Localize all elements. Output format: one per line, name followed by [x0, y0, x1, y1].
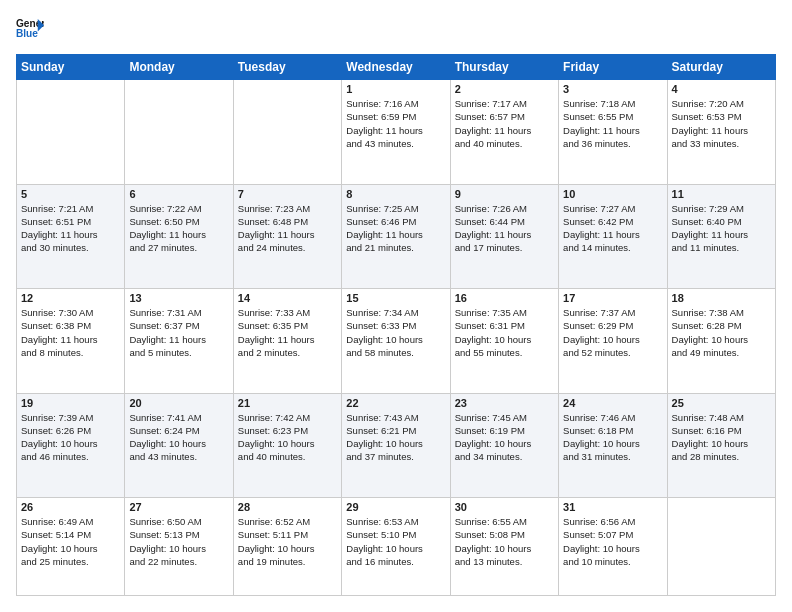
weekday-header-friday: Friday [559, 55, 667, 80]
day-number: 5 [21, 188, 120, 200]
calendar-cell: 3Sunrise: 7:18 AM Sunset: 6:55 PM Daylig… [559, 80, 667, 185]
day-info: Sunrise: 7:25 AM Sunset: 6:46 PM Dayligh… [346, 202, 445, 255]
day-number: 17 [563, 292, 662, 304]
day-info: Sunrise: 7:35 AM Sunset: 6:31 PM Dayligh… [455, 306, 554, 359]
day-info: Sunrise: 7:33 AM Sunset: 6:35 PM Dayligh… [238, 306, 337, 359]
calendar-week-row: 26Sunrise: 6:49 AM Sunset: 5:14 PM Dayli… [17, 498, 776, 596]
day-number: 23 [455, 397, 554, 409]
day-info: Sunrise: 7:37 AM Sunset: 6:29 PM Dayligh… [563, 306, 662, 359]
calendar-cell: 30Sunrise: 6:55 AM Sunset: 5:08 PM Dayli… [450, 498, 558, 596]
calendar-cell: 2Sunrise: 7:17 AM Sunset: 6:57 PM Daylig… [450, 80, 558, 185]
calendar-cell: 26Sunrise: 6:49 AM Sunset: 5:14 PM Dayli… [17, 498, 125, 596]
day-info: Sunrise: 7:20 AM Sunset: 6:53 PM Dayligh… [672, 97, 771, 150]
weekday-header-saturday: Saturday [667, 55, 775, 80]
day-info: Sunrise: 7:21 AM Sunset: 6:51 PM Dayligh… [21, 202, 120, 255]
calendar-cell: 6Sunrise: 7:22 AM Sunset: 6:50 PM Daylig… [125, 184, 233, 289]
day-info: Sunrise: 7:26 AM Sunset: 6:44 PM Dayligh… [455, 202, 554, 255]
day-info: Sunrise: 7:34 AM Sunset: 6:33 PM Dayligh… [346, 306, 445, 359]
day-number: 16 [455, 292, 554, 304]
day-info: Sunrise: 7:27 AM Sunset: 6:42 PM Dayligh… [563, 202, 662, 255]
calendar-cell: 19Sunrise: 7:39 AM Sunset: 6:26 PM Dayli… [17, 393, 125, 498]
calendar-cell: 21Sunrise: 7:42 AM Sunset: 6:23 PM Dayli… [233, 393, 341, 498]
logo-icon: General Blue [16, 16, 44, 44]
day-number: 6 [129, 188, 228, 200]
day-info: Sunrise: 7:18 AM Sunset: 6:55 PM Dayligh… [563, 97, 662, 150]
day-number: 27 [129, 501, 228, 513]
calendar-cell: 1Sunrise: 7:16 AM Sunset: 6:59 PM Daylig… [342, 80, 450, 185]
day-info: Sunrise: 7:39 AM Sunset: 6:26 PM Dayligh… [21, 411, 120, 464]
day-number: 7 [238, 188, 337, 200]
day-number: 9 [455, 188, 554, 200]
day-number: 21 [238, 397, 337, 409]
calendar-cell: 15Sunrise: 7:34 AM Sunset: 6:33 PM Dayli… [342, 289, 450, 394]
day-number: 2 [455, 83, 554, 95]
day-number: 11 [672, 188, 771, 200]
calendar-week-row: 19Sunrise: 7:39 AM Sunset: 6:26 PM Dayli… [17, 393, 776, 498]
day-number: 14 [238, 292, 337, 304]
day-number: 12 [21, 292, 120, 304]
calendar-week-row: 1Sunrise: 7:16 AM Sunset: 6:59 PM Daylig… [17, 80, 776, 185]
day-info: Sunrise: 7:42 AM Sunset: 6:23 PM Dayligh… [238, 411, 337, 464]
calendar-week-row: 5Sunrise: 7:21 AM Sunset: 6:51 PM Daylig… [17, 184, 776, 289]
calendar-cell: 22Sunrise: 7:43 AM Sunset: 6:21 PM Dayli… [342, 393, 450, 498]
day-info: Sunrise: 6:50 AM Sunset: 5:13 PM Dayligh… [129, 515, 228, 568]
page: General Blue SundayMondayTuesdayWednesda… [0, 0, 792, 612]
day-number: 30 [455, 501, 554, 513]
calendar-cell [233, 80, 341, 185]
calendar-cell: 29Sunrise: 6:53 AM Sunset: 5:10 PM Dayli… [342, 498, 450, 596]
calendar-cell: 16Sunrise: 7:35 AM Sunset: 6:31 PM Dayli… [450, 289, 558, 394]
day-info: Sunrise: 6:52 AM Sunset: 5:11 PM Dayligh… [238, 515, 337, 568]
calendar-cell: 23Sunrise: 7:45 AM Sunset: 6:19 PM Dayli… [450, 393, 558, 498]
calendar-cell: 5Sunrise: 7:21 AM Sunset: 6:51 PM Daylig… [17, 184, 125, 289]
day-number: 13 [129, 292, 228, 304]
calendar-week-row: 12Sunrise: 7:30 AM Sunset: 6:38 PM Dayli… [17, 289, 776, 394]
day-number: 18 [672, 292, 771, 304]
day-info: Sunrise: 7:31 AM Sunset: 6:37 PM Dayligh… [129, 306, 228, 359]
day-info: Sunrise: 6:56 AM Sunset: 5:07 PM Dayligh… [563, 515, 662, 568]
calendar-cell: 17Sunrise: 7:37 AM Sunset: 6:29 PM Dayli… [559, 289, 667, 394]
day-info: Sunrise: 7:17 AM Sunset: 6:57 PM Dayligh… [455, 97, 554, 150]
day-info: Sunrise: 6:55 AM Sunset: 5:08 PM Dayligh… [455, 515, 554, 568]
calendar-table: SundayMondayTuesdayWednesdayThursdayFrid… [16, 54, 776, 596]
calendar-cell: 18Sunrise: 7:38 AM Sunset: 6:28 PM Dayli… [667, 289, 775, 394]
calendar-cell: 24Sunrise: 7:46 AM Sunset: 6:18 PM Dayli… [559, 393, 667, 498]
day-info: Sunrise: 7:16 AM Sunset: 6:59 PM Dayligh… [346, 97, 445, 150]
day-number: 4 [672, 83, 771, 95]
day-number: 19 [21, 397, 120, 409]
calendar-cell: 9Sunrise: 7:26 AM Sunset: 6:44 PM Daylig… [450, 184, 558, 289]
calendar-cell [667, 498, 775, 596]
weekday-header-monday: Monday [125, 55, 233, 80]
calendar-cell: 20Sunrise: 7:41 AM Sunset: 6:24 PM Dayli… [125, 393, 233, 498]
day-info: Sunrise: 7:46 AM Sunset: 6:18 PM Dayligh… [563, 411, 662, 464]
day-number: 1 [346, 83, 445, 95]
day-info: Sunrise: 7:29 AM Sunset: 6:40 PM Dayligh… [672, 202, 771, 255]
weekday-header-thursday: Thursday [450, 55, 558, 80]
day-number: 31 [563, 501, 662, 513]
calendar-cell: 27Sunrise: 6:50 AM Sunset: 5:13 PM Dayli… [125, 498, 233, 596]
day-number: 22 [346, 397, 445, 409]
day-info: Sunrise: 7:45 AM Sunset: 6:19 PM Dayligh… [455, 411, 554, 464]
day-number: 15 [346, 292, 445, 304]
day-info: Sunrise: 7:22 AM Sunset: 6:50 PM Dayligh… [129, 202, 228, 255]
day-info: Sunrise: 7:30 AM Sunset: 6:38 PM Dayligh… [21, 306, 120, 359]
day-info: Sunrise: 7:48 AM Sunset: 6:16 PM Dayligh… [672, 411, 771, 464]
day-number: 3 [563, 83, 662, 95]
calendar-cell [17, 80, 125, 185]
calendar-cell: 4Sunrise: 7:20 AM Sunset: 6:53 PM Daylig… [667, 80, 775, 185]
calendar-cell: 25Sunrise: 7:48 AM Sunset: 6:16 PM Dayli… [667, 393, 775, 498]
calendar-cell: 13Sunrise: 7:31 AM Sunset: 6:37 PM Dayli… [125, 289, 233, 394]
weekday-header-wednesday: Wednesday [342, 55, 450, 80]
day-info: Sunrise: 7:38 AM Sunset: 6:28 PM Dayligh… [672, 306, 771, 359]
header: General Blue [16, 16, 776, 44]
day-info: Sunrise: 7:41 AM Sunset: 6:24 PM Dayligh… [129, 411, 228, 464]
day-number: 26 [21, 501, 120, 513]
logo: General Blue [16, 16, 44, 44]
calendar-cell: 10Sunrise: 7:27 AM Sunset: 6:42 PM Dayli… [559, 184, 667, 289]
day-number: 24 [563, 397, 662, 409]
weekday-header-tuesday: Tuesday [233, 55, 341, 80]
day-number: 28 [238, 501, 337, 513]
calendar-cell: 12Sunrise: 7:30 AM Sunset: 6:38 PM Dayli… [17, 289, 125, 394]
weekday-header-row: SundayMondayTuesdayWednesdayThursdayFrid… [17, 55, 776, 80]
calendar-cell: 11Sunrise: 7:29 AM Sunset: 6:40 PM Dayli… [667, 184, 775, 289]
calendar-cell [125, 80, 233, 185]
